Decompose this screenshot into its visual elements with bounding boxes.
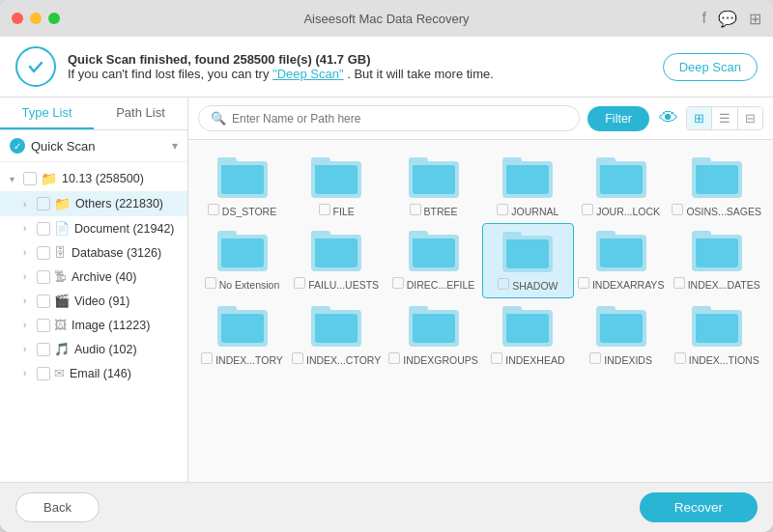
folder-icon: 📁 [54,196,71,211]
grid-item[interactable]: OSINS...SAGES [668,150,765,223]
item-checkbox[interactable] [498,278,509,290]
grid-item[interactable]: BTREE [385,150,482,223]
search-box[interactable]: 🔍 [198,105,580,131]
tree-item-others[interactable]: › 📁 Others (221830) [0,191,187,216]
tree-item-video[interactable]: › 🎬 Video (91) [0,289,187,313]
grid-item[interactable]: DIREC...EFILE [385,223,482,298]
recover-button[interactable]: Recover [640,492,758,522]
grid-item[interactable]: INDEXGROUPS [385,298,482,372]
grid-item[interactable]: INDEXHEAD [482,298,574,372]
item-checkbox[interactable] [392,277,404,289]
item-checkbox[interactable] [589,352,601,364]
tree-item-label: Others (221830) [75,197,163,210]
item-label: DIREC...EFILE [407,279,475,291]
item-checkbox[interactable] [410,204,421,215]
deep-scan-button[interactable]: Deep Scan [663,53,758,81]
grid-item[interactable]: INDEXARRAYS [574,223,669,298]
item-checkbox[interactable] [582,204,593,215]
folder-shape [502,310,553,347]
tree-item-email[interactable]: › ✉ Email (146) [0,361,187,385]
folder-visual [596,306,646,347]
document-icon: 📄 [54,221,70,236]
item-checkbox[interactable] [672,204,683,215]
item-label: INDEXGROUPS [403,354,478,366]
item-checkbox[interactable] [491,352,502,364]
grid-item[interactable]: INDEX...TIONS [668,298,765,372]
grid-item[interactable]: DS_STORE [196,150,288,223]
facebook-icon[interactable]: f [702,10,706,28]
archive-icon: 🗜 [54,269,67,284]
grid-icon[interactable]: ⊞ [749,10,761,28]
item-checkbox[interactable] [201,352,213,364]
deep-scan-link[interactable]: "Deep Scan" [272,67,344,81]
file-grid-area: DS_STORE FILE BTREE [188,140,773,482]
tree-checkbox[interactable] [37,197,50,210]
tree-checkbox[interactable] [37,343,50,356]
detail-view-button[interactable]: ⊟ [738,107,762,129]
item-checkbox[interactable] [208,204,219,215]
grid-item[interactable]: JOUR...LOCK [574,150,669,223]
tree-arrow: › [23,199,37,210]
minimize-button[interactable] [30,13,42,24]
scan-selector[interactable]: ✓ Quick Scan ▾ [0,130,187,162]
tree-arrow: › [23,368,37,378]
item-label-row: FILE [319,202,355,217]
grid-item[interactable]: JOURNAL [482,150,574,223]
tree-checkbox[interactable] [37,222,50,236]
tree-item-root[interactable]: ▾ 📁 10.13 (258500) [0,166,187,191]
tree-checkbox[interactable] [37,294,50,308]
item-checkbox[interactable] [319,204,330,215]
grid-item[interactable]: INDEX...CTORY [288,298,385,372]
tree-checkbox[interactable] [37,270,50,284]
scan-summary: Quick Scan finished, found 258500 file(s… [68,52,494,67]
tree-arrow: › [23,223,37,234]
tree-item-image[interactable]: › 🖼 Image (11223) [0,313,187,337]
grid-item[interactable]: FILE [288,150,385,223]
eye-icon[interactable]: 👁 [657,105,680,131]
grid-view-button[interactable]: ⊞ [687,107,712,129]
tab-path-list[interactable]: Path List [94,98,187,129]
folder-icon: 📁 [41,171,57,186]
item-checkbox[interactable] [673,277,685,289]
search-input[interactable] [232,112,567,126]
tree-checkbox[interactable] [37,246,50,260]
tree-item-audio[interactable]: › 🎵 Audio (102) [0,337,187,361]
item-checkbox[interactable] [497,204,508,215]
maximize-button[interactable] [48,13,60,24]
grid-item[interactable]: SHADOW [482,223,574,298]
folder-inner [600,314,643,343]
scan-dropdown-arrow[interactable]: ▾ [172,139,178,153]
tree-item-label: Email (146) [70,367,131,380]
item-checkbox[interactable] [388,352,400,364]
grid-item[interactable]: No Extension [196,223,288,298]
tree-item-database[interactable]: › 🗄 Database (3126) [0,240,187,265]
item-checkbox[interactable] [294,277,305,289]
back-button[interactable]: Back [15,492,100,522]
item-checkbox[interactable] [205,277,216,289]
tree-item-archive[interactable]: › 🗜 Archive (40) [0,265,187,289]
tree-item-document[interactable]: › 📄 Document (21942) [0,216,187,240]
folder-visual [311,231,361,271]
titlebar: Aiseesoft Mac Data Recovery f 💬 ⊞ [0,0,773,37]
item-label: INDEXIDS [604,354,652,366]
list-view-button[interactable]: ☰ [712,107,738,129]
grid-item[interactable]: INDEX...DATES [668,223,765,298]
item-label-row: INDEX...TORY [201,350,283,366]
filter-button[interactable]: Filter [587,106,649,131]
item-checkbox[interactable] [674,352,686,364]
item-checkbox[interactable] [292,352,303,364]
tree-checkbox[interactable] [37,367,50,380]
folder-shape [409,310,459,347]
tree-checkbox[interactable] [23,172,37,185]
grid-item[interactable]: FAILU...UESTS [288,223,385,298]
message-icon[interactable]: 💬 [718,10,737,28]
close-button[interactable] [12,13,23,24]
database-icon: 🗄 [54,245,67,260]
tree-checkbox[interactable] [37,319,50,332]
item-label-row: SHADOW [498,276,558,292]
item-checkbox[interactable] [578,277,589,289]
folder-inner [413,314,455,343]
grid-item[interactable]: INDEX...TORY [196,298,288,372]
grid-item[interactable]: INDEXIDS [574,298,669,372]
tab-type-list[interactable]: Type List [0,98,94,129]
